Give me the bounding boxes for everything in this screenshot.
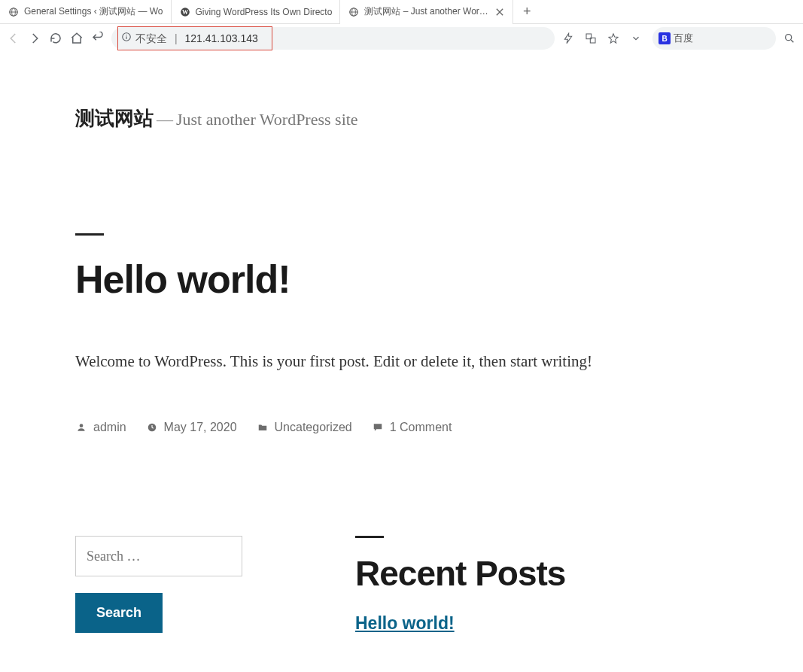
tab-test-site[interactable]: 测试网站 – Just another WordP [340, 0, 513, 24]
search-engine-label: 百度 [674, 32, 693, 45]
post-title[interactable]: Hello world! [75, 257, 728, 302]
browser-chrome: General Settings ‹ 测试网站 — Wo W Giving Wo… [0, 0, 803, 53]
comment-icon [372, 421, 384, 433]
meta-author[interactable]: admin [75, 421, 126, 434]
search-icon[interactable] [782, 31, 797, 46]
tagline-dash: — [157, 110, 173, 129]
search-engine-box[interactable]: B 百度 [652, 27, 776, 50]
widget-title: Recent Posts [355, 553, 728, 594]
search-button[interactable]: Search [75, 593, 163, 633]
forward-button[interactable] [27, 31, 42, 46]
tab-title: Giving WordPress Its Own Directo [196, 7, 333, 17]
post: Hello world! Welcome to WordPress. This … [0, 233, 803, 434]
browser-toolbar: 不安全 | 121.41.103.143 B 百度 [0, 24, 803, 53]
flash-icon[interactable] [561, 31, 576, 46]
page-content: 测试网站 — Just another WordPress site Hello… [0, 53, 803, 634]
back-button[interactable] [6, 31, 21, 46]
meta-comments[interactable]: 1 Comment [372, 421, 452, 434]
widget-recent-posts: Recent Posts Hello world! [355, 536, 728, 634]
address-url: 121.41.103.143 [185, 32, 258, 44]
tab-giving-wordpress[interactable]: W Giving WordPress Its Own Directo [172, 0, 341, 24]
site-tagline: Just another WordPress site [176, 110, 358, 129]
site-title[interactable]: 测试网站 [75, 107, 154, 129]
insecure-label: 不安全 [135, 32, 167, 44]
svg-line-14 [791, 40, 793, 42]
tab-strip: General Settings ‹ 测试网站 — Wo W Giving Wo… [0, 0, 803, 24]
recent-post-link[interactable]: Hello world! [355, 613, 455, 633]
home-button[interactable] [69, 31, 84, 46]
site-header: 测试网站 — Just another WordPress site [0, 105, 803, 132]
meta-author-text: admin [93, 421, 126, 434]
svg-point-13 [786, 35, 792, 41]
new-tab-button[interactable]: + [516, 2, 537, 23]
address-separator: | [175, 32, 178, 44]
address-highlight: 不安全 [120, 31, 167, 46]
meta-category-text: Uncategorized [275, 421, 352, 434]
baidu-icon: B [659, 32, 671, 44]
svg-rect-10 [126, 36, 126, 39]
post-body: Welcome to WordPress. This is your first… [75, 345, 617, 377]
widget-rule [355, 536, 384, 538]
reload-button[interactable] [48, 31, 63, 46]
tab-title: General Settings ‹ 测试网站 — Wo [24, 5, 163, 18]
svg-point-15 [80, 424, 84, 427]
meta-date[interactable]: May 17, 2020 [146, 421, 237, 434]
search-input[interactable] [75, 536, 242, 576]
nav-buttons [6, 31, 105, 46]
tab-title: 测试网站 – Just another WordP [364, 5, 490, 18]
person-icon [75, 421, 87, 433]
meta-comments-text: 1 Comment [390, 421, 452, 434]
meta-category[interactable]: Uncategorized [257, 421, 352, 434]
wordpress-icon: W [179, 6, 191, 18]
post-title-rule [75, 233, 104, 236]
undo-button[interactable] [90, 31, 105, 46]
star-icon[interactable] [606, 31, 621, 46]
folder-icon [257, 421, 269, 433]
svg-point-9 [126, 35, 126, 35]
widgets: Search Recent Posts Hello world! [0, 434, 803, 634]
tab-general-settings[interactable]: General Settings ‹ 测试网站 — Wo [0, 0, 172, 24]
meta-date-text: May 17, 2020 [164, 421, 237, 434]
translate-icon[interactable] [583, 31, 598, 46]
globe-icon [348, 6, 360, 18]
info-icon[interactable] [120, 31, 132, 43]
clock-icon [146, 421, 158, 433]
widget-search: Search [75, 536, 242, 633]
address-bar[interactable]: 不安全 | 121.41.103.143 [111, 27, 555, 50]
toolbar-right [561, 31, 646, 46]
svg-text:W: W [181, 8, 188, 15]
post-meta: admin May 17, 2020 Uncategorized 1 Comme… [75, 421, 728, 434]
chevron-down-icon[interactable] [628, 31, 643, 46]
globe-icon [8, 6, 20, 18]
close-icon[interactable] [494, 7, 505, 17]
